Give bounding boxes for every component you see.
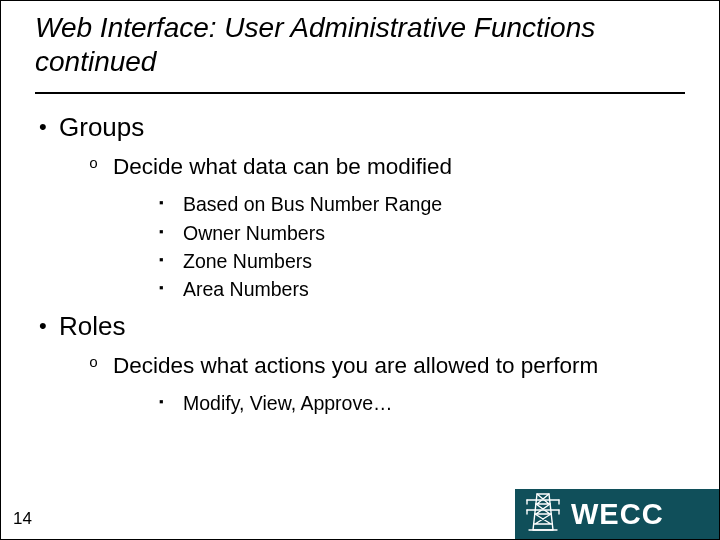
slide-body: Groups Decide what data can be modified … [1, 94, 719, 416]
tower-icon [523, 490, 563, 538]
wecc-logo: WECC [515, 489, 719, 539]
page-number: 14 [13, 509, 32, 529]
slide-title: Web Interface: User Administrative Funct… [35, 11, 685, 78]
groups-sublist: Decide what data can be modified Based o… [59, 153, 685, 302]
title-wrap: Web Interface: User Administrative Funct… [1, 1, 719, 84]
groups-sub1-label: Decide what data can be modified [113, 154, 452, 179]
bullet-roles-label: Roles [59, 311, 125, 341]
list-item: Area Numbers [157, 276, 685, 302]
roles-sub1-label: Decides what actions you are allowed to … [113, 353, 598, 378]
list-item: Zone Numbers [157, 248, 685, 274]
slide: Web Interface: User Administrative Funct… [0, 0, 720, 540]
bullet-list: Groups Decide what data can be modified … [35, 112, 685, 416]
bullet-groups: Groups Decide what data can be modified … [35, 112, 685, 302]
list-item: Owner Numbers [157, 220, 685, 246]
bullet-roles: Roles Decides what actions you are allow… [35, 311, 685, 416]
groups-sub1-items: Based on Bus Number Range Owner Numbers … [113, 191, 685, 302]
roles-sub1-items: Modify, View, Approve… [113, 390, 685, 416]
bullet-groups-label: Groups [59, 112, 144, 142]
roles-sublist: Decides what actions you are allowed to … [59, 352, 685, 416]
roles-sub1: Decides what actions you are allowed to … [87, 352, 685, 416]
logo-text: WECC [571, 498, 664, 531]
list-item: Modify, View, Approve… [157, 390, 685, 416]
groups-sub1: Decide what data can be modified Based o… [87, 153, 685, 302]
list-item: Based on Bus Number Range [157, 191, 685, 217]
